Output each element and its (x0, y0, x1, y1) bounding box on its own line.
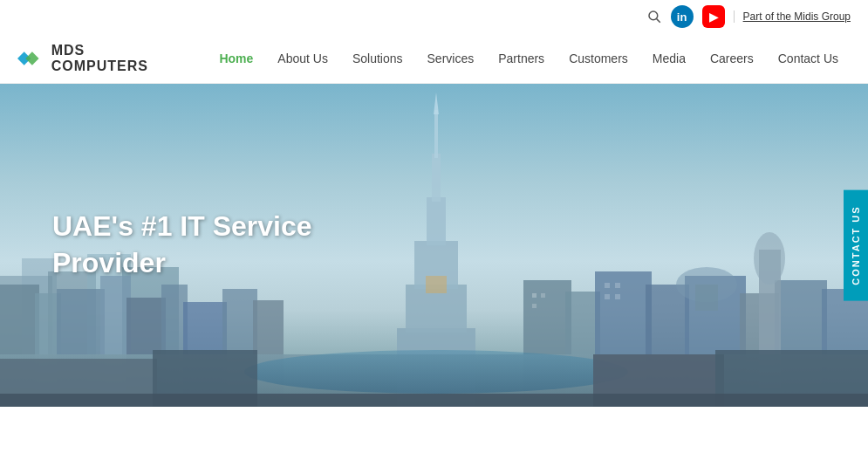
svg-rect-47 (605, 294, 610, 299)
svg-point-34 (754, 232, 785, 285)
svg-rect-22 (434, 110, 438, 158)
contact-tab[interactable]: CONTACT US (844, 189, 868, 300)
nav-item-solutions[interactable]: Solutions (340, 33, 415, 84)
nav-links: Home About Us Solutions Services Partner… (207, 33, 851, 84)
svg-rect-45 (605, 283, 610, 288)
hero-headline: UAE's #1 IT Service Provider (52, 209, 419, 281)
logo-text: MDS COMPUTERS (51, 43, 181, 74)
nav-link-about[interactable]: About Us (265, 33, 340, 84)
nav-link-customers[interactable]: Customers (557, 33, 640, 84)
svg-rect-21 (432, 154, 441, 202)
hero-section: UAE's #1 IT Service Provider CONTACT US (0, 84, 868, 407)
nav-item-careers[interactable]: Careers (698, 33, 766, 84)
browser-frame: in ▶ Part of the Midis Group MDS COMPUTE… (0, 0, 868, 453)
svg-line-1 (656, 19, 660, 23)
utility-bar: in ▶ Part of the Midis Group (0, 0, 868, 33)
svg-rect-50 (695, 285, 718, 311)
nav-item-about[interactable]: About Us (265, 33, 340, 84)
nav-link-home[interactable]: Home (207, 33, 265, 84)
svg-rect-20 (427, 197, 446, 245)
svg-rect-44 (532, 304, 537, 308)
nav-item-media[interactable]: Media (640, 33, 698, 84)
linkedin-button[interactable]: in (671, 5, 694, 28)
youtube-button[interactable]: ▶ (702, 5, 725, 28)
nav-link-careers[interactable]: Careers (698, 33, 766, 84)
svg-rect-41 (0, 394, 868, 407)
svg-point-0 (649, 11, 658, 20)
svg-rect-46 (615, 283, 620, 288)
midis-group-link[interactable]: Part of the Midis Group (734, 10, 851, 23)
nav-item-partners[interactable]: Partners (486, 33, 557, 84)
nav-link-media[interactable]: Media (640, 33, 698, 84)
search-button[interactable] (646, 9, 662, 24)
svg-rect-42 (532, 293, 537, 298)
nav-item-home[interactable]: Home (207, 33, 265, 84)
svg-rect-48 (615, 294, 620, 299)
nav-link-partners[interactable]: Partners (486, 33, 557, 84)
nav-link-solutions[interactable]: Solutions (340, 33, 415, 84)
navbar: MDS COMPUTERS Home About Us Solutions Se… (0, 33, 868, 84)
nav-link-services[interactable]: Services (415, 33, 487, 84)
svg-rect-24 (426, 276, 447, 293)
search-icon (646, 9, 662, 24)
svg-rect-43 (541, 293, 545, 298)
nav-item-contact[interactable]: Contact Us (766, 33, 851, 84)
logo[interactable]: MDS COMPUTERS (17, 43, 181, 74)
logo-icon (17, 49, 44, 68)
svg-point-36 (244, 350, 628, 394)
nav-link-contact[interactable]: Contact Us (766, 33, 851, 84)
nav-item-services[interactable]: Services (415, 33, 487, 84)
nav-item-customers[interactable]: Customers (557, 33, 640, 84)
